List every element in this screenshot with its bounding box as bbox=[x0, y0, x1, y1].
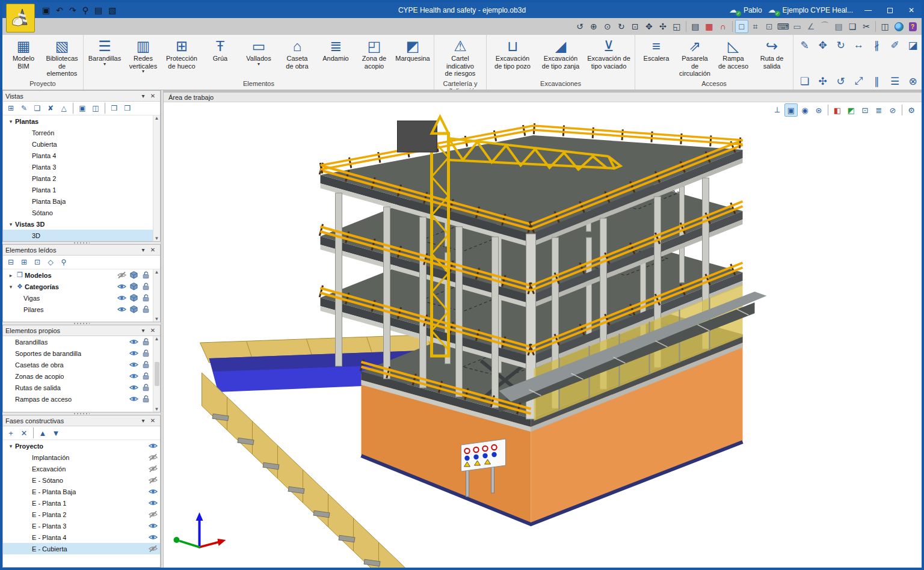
visibility-on-icon[interactable] bbox=[128, 384, 140, 391]
lock-icon[interactable] bbox=[140, 338, 152, 346]
redraw-icon[interactable]: ↺ bbox=[573, 20, 587, 33]
lock-icon[interactable] bbox=[140, 294, 152, 302]
visibility-on-icon[interactable] bbox=[147, 533, 159, 541]
vallados-button[interactable]: ▭ Vallados ▾ bbox=[240, 36, 277, 68]
visibility-on-icon[interactable] bbox=[147, 488, 159, 495]
rampa-acceso-button[interactable]: ◺ Rampa de acceso ▾ bbox=[715, 36, 752, 72]
scrollbar[interactable]: ▲▼ bbox=[153, 269, 160, 322]
excavacion-zanja-button[interactable]: ◢ Excavación de tipo zanja ▾ bbox=[537, 36, 584, 72]
lock-icon[interactable] bbox=[140, 372, 152, 380]
visibility-on-icon[interactable] bbox=[116, 294, 128, 302]
visibility-on-icon[interactable] bbox=[116, 305, 128, 313]
view3d-cube-icon[interactable] bbox=[128, 271, 140, 279]
grid-icon[interactable]: ⌗ bbox=[749, 20, 762, 33]
layer-states-icon[interactable]: ▦ bbox=[703, 20, 716, 33]
visibility-on-icon[interactable] bbox=[128, 338, 140, 346]
dimension-icon[interactable]: ▭ bbox=[790, 20, 804, 33]
rotate-button[interactable]: ↻ bbox=[832, 36, 850, 54]
tree-expand-button[interactable]: ⊞ bbox=[18, 257, 30, 268]
panels-layout-icon[interactable]: ◫ bbox=[878, 20, 892, 33]
workspace-tab[interactable]: Área de trabajo bbox=[164, 90, 922, 102]
phase-proyecto[interactable]: Proyecto bbox=[3, 440, 160, 452]
expander-icon[interactable] bbox=[7, 284, 15, 290]
expander-icon[interactable] bbox=[7, 272, 15, 278]
expander-icon[interactable] bbox=[7, 118, 15, 124]
view-duplicate-button[interactable]: ❏ bbox=[31, 103, 43, 114]
orbit-free-icon[interactable]: ⊛ bbox=[812, 103, 825, 117]
move-button[interactable]: ✥ bbox=[814, 36, 832, 54]
phase-e-cubierta[interactable]: E - Cubierta bbox=[3, 543, 160, 554]
scrollbar[interactable]: ▲▼ bbox=[153, 115, 160, 241]
open-box-arrow-button[interactable]: ❒ bbox=[122, 103, 134, 114]
brush-button[interactable]: ✐ bbox=[886, 36, 904, 54]
expander-icon[interactable] bbox=[7, 221, 15, 227]
close-panel-icon[interactable]: ✕ bbox=[148, 247, 158, 253]
layers-3d-icon[interactable]: ≣ bbox=[872, 103, 886, 117]
view-delete-button[interactable]: ✘ bbox=[45, 103, 57, 114]
tree-item-sotano[interactable]: Sótano bbox=[3, 207, 153, 218]
phase-add-button[interactable]: + bbox=[5, 428, 17, 439]
zoom-window-icon[interactable]: ⊡ bbox=[629, 20, 642, 33]
ruta-salida-button[interactable]: ↪ Ruta de salida ▾ bbox=[753, 36, 790, 72]
phase-e-planta1[interactable]: E - Planta 1 bbox=[3, 497, 160, 509]
zona-acopio-button[interactable]: ◰ Zona de acopio ▾ bbox=[356, 36, 393, 72]
redo-button[interactable]: ↷ bbox=[69, 6, 76, 14]
phase-implantacion[interactable]: Implantación bbox=[3, 452, 160, 463]
app-icon[interactable] bbox=[6, 4, 35, 32]
expander-icon[interactable] bbox=[7, 443, 15, 449]
row-soportes-barandilla[interactable]: Soportes de barandilla bbox=[3, 348, 153, 359]
cartel-indicativo-button[interactable]: ⚠ Cartel indicativo de riesgos ▾ bbox=[437, 36, 484, 79]
tree-collapse-button[interactable]: ⊟ bbox=[5, 257, 17, 268]
measure-button[interactable]: ↔ bbox=[850, 36, 868, 54]
modelo-bim-button[interactable]: ▦ Modelo BIM ▾ bbox=[5, 36, 42, 72]
lock-icon[interactable] bbox=[140, 283, 152, 290]
edit-pencil-button[interactable]: ✎ bbox=[796, 36, 814, 54]
annotation-list-icon[interactable]: ▤ bbox=[832, 20, 845, 33]
camera-button[interactable]: ▣ bbox=[76, 103, 88, 114]
lock-icon[interactable] bbox=[140, 349, 152, 357]
view-cube-icon[interactable]: ▣ bbox=[784, 103, 798, 117]
phase-e-plantabaja[interactable]: E - Planta Baja bbox=[3, 486, 160, 497]
help-book-icon[interactable]: ? bbox=[906, 20, 919, 33]
view-add-button[interactable]: ⊞ bbox=[5, 103, 17, 114]
ortho-mode-icon[interactable]: □ bbox=[735, 20, 748, 33]
bibliotecas-elementos-button[interactable]: ▧ Bibliotecas de elementos ▾ bbox=[43, 36, 81, 79]
scale-button[interactable]: ⤢ bbox=[850, 72, 868, 90]
visibility-on-icon[interactable] bbox=[128, 349, 140, 357]
axes-icon[interactable]: ⟂ bbox=[771, 103, 784, 117]
visibility-off-icon[interactable] bbox=[147, 465, 159, 473]
3d-viewport[interactable]: ⟂▣◉⊛◧◩⊡≣⊘⚙ bbox=[164, 102, 922, 568]
view3d-cube-icon[interactable] bbox=[128, 294, 140, 302]
tree-item-planta1[interactable]: Planta 1 bbox=[3, 184, 153, 195]
zoom-extents-icon[interactable]: ⊕ bbox=[587, 20, 600, 33]
row-rampas-acceso[interactable]: Rampas de acceso bbox=[3, 393, 153, 405]
tree-item-planta2[interactable]: Planta 2 bbox=[3, 173, 153, 184]
align-button[interactable]: ∥ bbox=[868, 72, 886, 90]
grua-button[interactable]: Ŧ Grúa ▾ bbox=[202, 36, 239, 64]
row-pilares[interactable]: Pilares bbox=[3, 304, 153, 315]
tree-item-planta4[interactable]: Planta 4 bbox=[3, 150, 153, 161]
phase-excavacion[interactable]: Excavación bbox=[3, 463, 160, 474]
phase-e-planta2[interactable]: E - Planta 2 bbox=[3, 509, 160, 520]
lock-icon[interactable] bbox=[140, 271, 152, 279]
visibility-on-icon[interactable] bbox=[147, 522, 159, 530]
tree-item-cubierta[interactable]: Cubierta bbox=[3, 138, 153, 150]
view3d-cube-icon[interactable] bbox=[128, 283, 140, 290]
clip-box-icon[interactable]: ⊡ bbox=[858, 103, 872, 117]
visibility-off-icon[interactable] bbox=[147, 510, 159, 518]
visibility-on-icon[interactable] bbox=[147, 442, 159, 450]
save-button[interactable]: ▣ bbox=[42, 6, 50, 14]
show-3d-button[interactable]: ◇ bbox=[45, 257, 57, 268]
tree-node-plantas[interactable]: Plantas bbox=[3, 115, 153, 127]
dxf-template-icon[interactable]: ▤ bbox=[689, 20, 702, 33]
phase-down-button[interactable]: ▼ bbox=[50, 428, 62, 439]
visibility-off-icon[interactable] bbox=[147, 453, 159, 461]
tree-item-plantabaja[interactable]: Planta Baja bbox=[3, 195, 153, 207]
arc-icon[interactable]: ⌒ bbox=[818, 20, 831, 33]
row-modelos[interactable]: ❒ Modelos bbox=[3, 269, 153, 281]
barandillas-button[interactable]: ☰ Barandillas ▾ bbox=[86, 36, 123, 68]
close-button[interactable]: ✕ bbox=[902, 4, 920, 17]
clip-back-icon[interactable]: ◧ bbox=[831, 103, 844, 117]
move-free-button[interactable]: ✣ bbox=[814, 72, 832, 90]
row-categorias[interactable]: ❖ Categorías bbox=[3, 281, 153, 292]
